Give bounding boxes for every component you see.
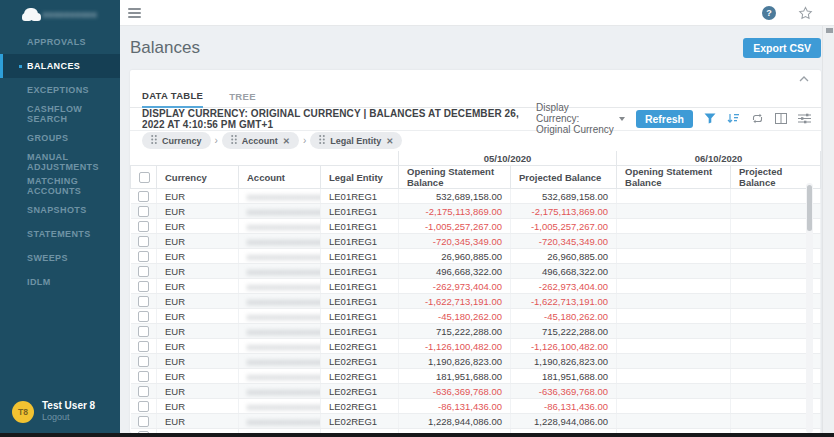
table-row[interactable]: EURxxxxxxxxxxxxxxxxxLE01REG1532,689,158.… <box>131 189 821 204</box>
col-header-projected-balance-1[interactable]: Projected Balance <box>511 166 617 189</box>
sort-icon[interactable] <box>727 113 740 124</box>
filter-icon[interactable] <box>704 113 716 124</box>
cell-currency: EUR <box>157 249 239 264</box>
row-checkbox[interactable] <box>138 251 149 262</box>
page-scrollbar[interactable] <box>822 26 834 437</box>
sidebar-item-groups[interactable]: GROUPS <box>0 126 120 150</box>
cell-balance <box>617 264 731 279</box>
sidebar-item-matching-accounts[interactable]: MATCHING ACCOUNTS <box>0 174 120 198</box>
row-checkbox[interactable] <box>138 191 149 202</box>
col-header-opening-statement-balance-2[interactable]: Opening Statement Balance <box>617 166 731 189</box>
table-scrollbar[interactable] <box>806 183 813 433</box>
row-checkbox[interactable] <box>138 236 149 247</box>
tab-data-table[interactable]: DATA TABLE <box>142 90 203 108</box>
cell-balance <box>617 354 731 369</box>
columns-icon[interactable] <box>775 113 787 124</box>
chip-remove-icon[interactable]: ✕ <box>386 136 393 146</box>
row-checkbox[interactable] <box>138 341 149 352</box>
sidebar-item-sweeps[interactable]: SWEEPS <box>0 246 120 270</box>
cell-balance <box>617 294 731 309</box>
row-checkbox[interactable] <box>138 221 149 232</box>
group-chip-account[interactable]: Account✕ <box>222 132 299 149</box>
table-row[interactable]: EURxxxxxxxxxxxxxxxxxLE01REG1-720,345,349… <box>131 234 821 249</box>
sidebar-item-snapshots[interactable]: SNAPSHOTS <box>0 198 120 222</box>
column-settings-icon[interactable] <box>798 113 811 124</box>
table-row[interactable]: EURxxxxxxxxxxxxxxxxxLE01REG1-1,622,713,1… <box>131 294 821 309</box>
cell-account-masked: xxxxxxxxxxxxxxxxx <box>247 222 321 232</box>
sidebar-item-cashflow-search[interactable]: CASHFLOW SEARCH <box>0 102 120 126</box>
sidebar-item-balances[interactable]: BALANCES <box>0 54 120 78</box>
table-row[interactable]: EURxxxxxxxxxxxxxxxxxLE01REG126,960,885.0… <box>131 249 821 264</box>
cell-balance: -262,973,404.00 <box>399 279 511 294</box>
group-chip-currency[interactable]: Currency <box>142 132 211 149</box>
topbar: ? <box>120 0 834 26</box>
row-checkbox[interactable] <box>138 296 149 307</box>
refresh-button[interactable]: Refresh <box>636 110 693 128</box>
table-row[interactable]: EURxxxxxxxxxxxxxxxxxLE02REG1-86,131,436.… <box>131 399 821 414</box>
cell-balance <box>617 279 731 294</box>
sidebar-item-manual-adjustments[interactable]: MANUAL ADJUSTMENTS <box>0 150 120 174</box>
cell-balance <box>617 204 731 219</box>
row-checkbox[interactable] <box>138 206 149 217</box>
loop-refresh-icon[interactable] <box>751 113 764 124</box>
user-name: Test User 8 <box>42 400 95 412</box>
group-chip-legal-entity[interactable]: Legal Entity✕ <box>310 132 402 149</box>
sidebar-item-idlm[interactable]: IDLM <box>0 270 120 294</box>
tab-tree[interactable]: TREE <box>229 91 256 107</box>
export-csv-button[interactable]: Export CSV <box>743 38 821 58</box>
cell-currency: EUR <box>157 204 239 219</box>
row-checkbox[interactable] <box>138 311 149 322</box>
table-row[interactable]: EURxxxxxxxxxxxxxxxxxLE02REG11,190,826,82… <box>131 354 821 369</box>
menu-icon[interactable] <box>128 6 141 20</box>
row-checkbox[interactable] <box>138 416 149 427</box>
main-area: ? Balances Export CSV DATA TABLE <box>120 0 834 437</box>
sidebar-item-approvals[interactable]: APPROVALS <box>0 30 120 54</box>
table-row[interactable]: EURxxxxxxxxxxxxxxxxxLE02REG1181,951,688.… <box>131 369 821 384</box>
row-checkbox[interactable] <box>138 326 149 337</box>
cell-legal-entity: LE02REG1 <box>321 414 399 429</box>
logout-link[interactable]: Logout <box>42 412 95 423</box>
table-scrollbar-thumb[interactable] <box>807 185 812 231</box>
col-header-legal-entity[interactable]: Legal Entity <box>321 166 399 189</box>
collapse-chevron-icon[interactable] <box>799 76 809 82</box>
cell-account-masked: xxxxxxxxxxxxxxxxx <box>247 342 321 352</box>
cell-account-masked: xxxxxxxxxxxxxxxxx <box>247 372 321 382</box>
table-row[interactable]: EURxxxxxxxxxxxxxxxxxLE01REG1715,222,288.… <box>131 324 821 339</box>
row-checkbox[interactable] <box>138 281 149 292</box>
row-checkbox[interactable] <box>138 386 149 397</box>
bottom-edge-bar <box>0 433 834 437</box>
table-row[interactable]: EURxxxxxxxxxxxxxxxxxLE02REG1-636,369,768… <box>131 384 821 399</box>
col-header-currency[interactable]: Currency <box>157 166 239 189</box>
table-row[interactable]: EURxxxxxxxxxxxxxxxxxLE01REG1-2,175,113,8… <box>131 204 821 219</box>
page-scrollbar-thumb[interactable] <box>826 28 833 33</box>
col-header-opening-statement-balance-1[interactable]: Opening Statement Balance <box>399 166 511 189</box>
table-row[interactable]: EURxxxxxxxxxxxxxxxxxLE02REG11,228,944,08… <box>131 414 821 429</box>
table-row[interactable]: EURxxxxxxxxxxxxxxxxxLE01REG1496,668,322.… <box>131 264 821 279</box>
cell-currency: EUR <box>157 234 239 249</box>
table-row[interactable]: EURxxxxxxxxxxxxxxxxxLE01REG1-1,005,257,2… <box>131 219 821 234</box>
cell-balance: 532,689,158.00 <box>511 189 617 204</box>
row-checkbox[interactable] <box>138 401 149 412</box>
row-checkbox[interactable] <box>138 371 149 382</box>
row-checkbox[interactable] <box>138 266 149 277</box>
drag-handle-icon[interactable] <box>319 135 325 146</box>
cell-balance: -720,345,349.00 <box>399 234 511 249</box>
favorite-star-icon[interactable] <box>798 6 813 20</box>
drag-handle-icon[interactable] <box>151 135 157 146</box>
cell-account-masked: xxxxxxxxxxxxxxxxx <box>247 282 321 292</box>
col-header-account[interactable]: Account <box>239 166 321 189</box>
chip-remove-icon[interactable]: ✕ <box>283 136 290 146</box>
sidebar-item-statements[interactable]: STATEMENTS <box>0 222 120 246</box>
help-icon[interactable]: ? <box>762 6 776 20</box>
table-row[interactable]: EURxxxxxxxxxxxxxxxxxLE01REG1-262,973,404… <box>131 279 821 294</box>
drag-handle-icon[interactable] <box>231 135 237 146</box>
select-all-checkbox[interactable] <box>139 172 150 183</box>
sidebar-item-exceptions[interactable]: EXCEPTIONS <box>0 78 120 102</box>
cell-account-masked: xxxxxxxxxxxxxxxxx <box>247 252 321 262</box>
row-checkbox[interactable] <box>138 356 149 367</box>
cell-legal-entity: LE02REG1 <box>321 399 399 414</box>
chip-label: Account <box>242 136 278 146</box>
date-group-header: 06/10/2020 <box>617 151 821 166</box>
table-row[interactable]: EURxxxxxxxxxxxxxxxxxLE01REG1-45,180,262.… <box>131 309 821 324</box>
table-row[interactable]: EURxxxxxxxxxxxxxxxxxLE02REG1-1,126,100,4… <box>131 339 821 354</box>
